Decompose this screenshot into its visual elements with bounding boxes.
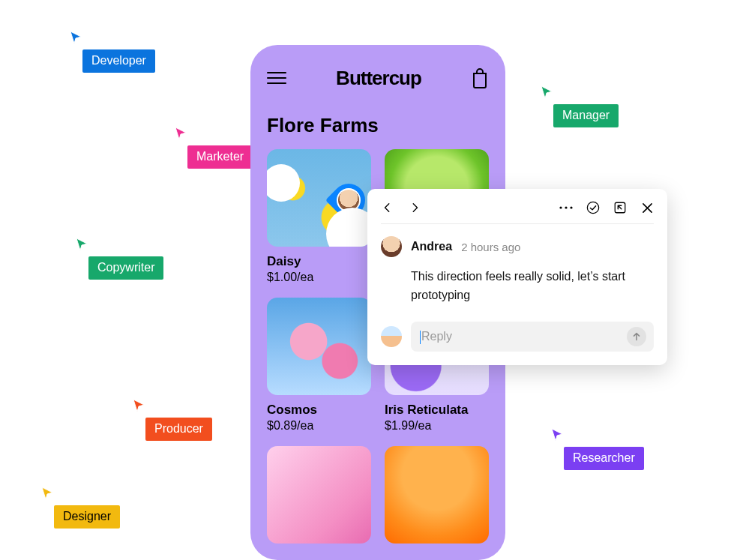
product-image (385, 446, 489, 544)
dock-icon[interactable] (613, 201, 627, 214)
cursor-copywriter: Copywriter (75, 237, 163, 280)
comment-meta: Andrea 2 hours ago (381, 236, 654, 257)
svg-point-3 (587, 202, 598, 213)
cursor-designer: Designer (40, 486, 120, 529)
product-card[interactable]: Daisy $1.00/ea (267, 149, 371, 284)
product-name: Daisy (267, 254, 371, 269)
product-price: $0.89/ea (267, 419, 371, 433)
reply-placeholder: Reply (421, 330, 452, 343)
cursor-icon (550, 427, 565, 442)
cursor-manager: Manager (540, 85, 619, 127)
svg-point-2 (570, 206, 572, 208)
cursor-icon (540, 85, 555, 100)
send-icon[interactable] (627, 327, 646, 346)
store-title: Flore Farms (267, 114, 489, 137)
phone-header: Buttercup (267, 64, 489, 91)
cursor-label: Manager (553, 104, 619, 127)
product-card[interactable] (267, 446, 371, 544)
cursor-researcher: Researcher (550, 427, 644, 470)
avatar (381, 326, 402, 347)
collaborator-pin[interactable] (325, 177, 371, 223)
cursor-icon (69, 30, 84, 45)
cursor-icon (132, 398, 147, 413)
cursor-label: Producer (145, 418, 212, 441)
reply-row: Reply (381, 322, 654, 352)
chevron-left-icon[interactable] (381, 201, 394, 214)
product-image (267, 446, 371, 544)
cursor-producer: Producer (132, 398, 212, 441)
product-name: Cosmos (267, 403, 371, 418)
close-icon[interactable] (640, 201, 654, 214)
product-image (267, 149, 371, 247)
cursor-developer: Developer (69, 30, 155, 73)
product-price: $1.00/ea (267, 271, 371, 284)
comment-panel-header (381, 201, 654, 224)
cursor-label: Copywriter (88, 256, 163, 280)
chevron-right-icon[interactable] (408, 201, 421, 214)
avatar (337, 188, 361, 212)
svg-point-0 (559, 206, 562, 208)
comment-author: Andrea (411, 240, 452, 253)
more-icon[interactable] (559, 201, 573, 214)
product-card[interactable] (385, 446, 489, 544)
cursor-icon (40, 486, 55, 501)
comment-text: This direction feels really solid, let’s… (411, 268, 654, 305)
product-price: $1.99/ea (385, 419, 489, 433)
comment-timestamp: 2 hours ago (461, 241, 520, 253)
product-name: Iris Reticulata (385, 403, 489, 418)
comment-body: Andrea 2 hours ago This direction feels … (381, 224, 654, 352)
product-image (267, 298, 371, 395)
resolve-check-icon[interactable] (586, 201, 600, 214)
comment-panel: Andrea 2 hours ago This direction feels … (367, 189, 667, 365)
cursor-label: Designer (54, 505, 120, 529)
hamburger-icon[interactable] (267, 72, 286, 84)
product-card[interactable]: Cosmos $0.89/ea (267, 298, 371, 433)
cursor-icon (75, 237, 90, 252)
reply-input[interactable]: Reply (411, 322, 654, 352)
cursor-label: Researcher (564, 447, 644, 470)
cursor-label: Developer (82, 49, 155, 73)
svg-point-1 (565, 206, 567, 208)
avatar (381, 236, 402, 257)
brand-logo: Buttercup (336, 67, 421, 90)
shopping-bag-icon[interactable] (471, 67, 489, 88)
cursor-icon (174, 126, 189, 141)
cursor-label: Marketer (187, 145, 253, 169)
cursor-marketer: Marketer (174, 126, 253, 169)
